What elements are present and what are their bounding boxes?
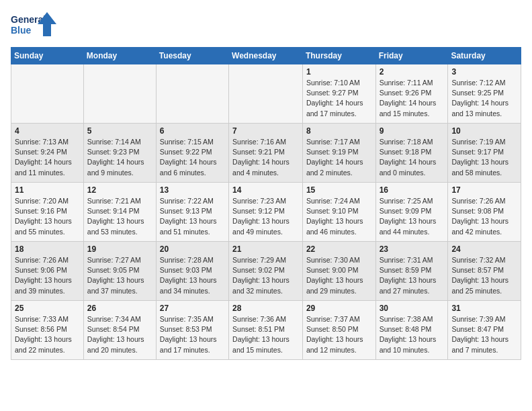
- day-number: 19: [87, 244, 152, 254]
- calendar-cell: [156, 64, 228, 124]
- day-number: 22: [306, 244, 372, 254]
- calendar-cell: 21Sunrise: 7:29 AM Sunset: 9:02 PM Dayli…: [229, 242, 303, 301]
- day-info: Sunrise: 7:18 AM Sunset: 9:18 PM Dayligh…: [380, 137, 445, 178]
- calendar-cell: 19Sunrise: 7:27 AM Sunset: 9:05 PM Dayli…: [83, 242, 156, 301]
- day-number: 5: [87, 126, 152, 136]
- day-info: Sunrise: 7:15 AM Sunset: 9:22 PM Dayligh…: [160, 137, 225, 178]
- day-number: 30: [380, 304, 445, 313]
- day-info: Sunrise: 7:11 AM Sunset: 9:26 PM Dayligh…: [380, 78, 445, 119]
- day-number: 20: [160, 244, 225, 254]
- day-number: 12: [87, 185, 152, 195]
- weekday-header: Tuesday: [156, 48, 228, 64]
- calendar-cell: 13Sunrise: 7:22 AM Sunset: 9:13 PM Dayli…: [156, 183, 228, 242]
- day-number: 1: [306, 67, 372, 77]
- day-number: 29: [306, 304, 372, 313]
- calendar-cell: 1Sunrise: 7:10 AM Sunset: 9:27 PM Daylig…: [302, 64, 375, 124]
- calendar-week-row: 18Sunrise: 7:26 AM Sunset: 9:06 PM Dayli…: [11, 242, 521, 301]
- calendar-cell: 12Sunrise: 7:21 AM Sunset: 9:14 PM Dayli…: [83, 183, 156, 242]
- day-number: 25: [15, 304, 80, 313]
- day-info: Sunrise: 7:21 AM Sunset: 9:14 PM Dayligh…: [87, 196, 152, 237]
- day-number: 26: [87, 304, 152, 313]
- weekday-header: Wednesday: [229, 48, 303, 64]
- day-info: Sunrise: 7:35 AM Sunset: 8:53 PM Dayligh…: [160, 314, 225, 355]
- calendar-cell: 28Sunrise: 7:36 AM Sunset: 8:51 PM Dayli…: [229, 301, 303, 360]
- logo-svg: GeneralBlue: [11, 11, 58, 40]
- day-number: 27: [160, 304, 225, 313]
- day-info: Sunrise: 7:30 AM Sunset: 9:00 PM Dayligh…: [306, 255, 372, 296]
- calendar-cell: 25Sunrise: 7:33 AM Sunset: 8:56 PM Dayli…: [11, 301, 84, 360]
- day-info: Sunrise: 7:31 AM Sunset: 8:59 PM Dayligh…: [380, 255, 445, 296]
- day-info: Sunrise: 7:33 AM Sunset: 8:56 PM Dayligh…: [15, 314, 80, 355]
- day-info: Sunrise: 7:25 AM Sunset: 9:09 PM Dayligh…: [380, 196, 445, 237]
- day-number: 14: [232, 185, 299, 195]
- calendar-cell: 8Sunrise: 7:17 AM Sunset: 9:19 PM Daylig…: [302, 124, 375, 183]
- calendar-cell: 14Sunrise: 7:23 AM Sunset: 9:12 PM Dayli…: [229, 183, 303, 242]
- calendar-cell: 6Sunrise: 7:15 AM Sunset: 9:22 PM Daylig…: [156, 124, 228, 183]
- calendar-cell: 5Sunrise: 7:14 AM Sunset: 9:23 PM Daylig…: [83, 124, 156, 183]
- day-number: 8: [306, 126, 372, 136]
- day-info: Sunrise: 7:29 AM Sunset: 9:02 PM Dayligh…: [232, 255, 299, 296]
- day-number: 3: [451, 67, 517, 77]
- calendar-week-row: 4Sunrise: 7:13 AM Sunset: 9:24 PM Daylig…: [11, 124, 521, 183]
- day-number: 7: [232, 126, 299, 136]
- calendar-cell: 11Sunrise: 7:20 AM Sunset: 9:16 PM Dayli…: [11, 183, 84, 242]
- weekday-header: Sunday: [11, 48, 84, 64]
- calendar-cell: 26Sunrise: 7:34 AM Sunset: 8:54 PM Dayli…: [83, 301, 156, 360]
- day-info: Sunrise: 7:28 AM Sunset: 9:03 PM Dayligh…: [160, 255, 225, 296]
- calendar-cell: 22Sunrise: 7:30 AM Sunset: 9:00 PM Dayli…: [302, 242, 375, 301]
- day-number: 23: [380, 244, 445, 254]
- calendar-cell: 24Sunrise: 7:32 AM Sunset: 8:57 PM Dayli…: [448, 242, 521, 301]
- weekday-header: Thursday: [302, 48, 375, 64]
- calendar-week-row: 11Sunrise: 7:20 AM Sunset: 9:16 PM Dayli…: [11, 183, 521, 242]
- day-number: 2: [380, 67, 445, 77]
- day-number: 9: [380, 126, 445, 136]
- weekday-header: Friday: [375, 48, 448, 64]
- calendar-cell: 17Sunrise: 7:26 AM Sunset: 9:08 PM Dayli…: [448, 183, 521, 242]
- day-info: Sunrise: 7:10 AM Sunset: 9:27 PM Dayligh…: [306, 78, 372, 119]
- day-info: Sunrise: 7:24 AM Sunset: 9:10 PM Dayligh…: [306, 196, 372, 237]
- day-info: Sunrise: 7:26 AM Sunset: 9:08 PM Dayligh…: [451, 196, 517, 237]
- weekday-header: Saturday: [448, 48, 521, 64]
- calendar-cell: 31Sunrise: 7:39 AM Sunset: 8:47 PM Dayli…: [448, 301, 521, 360]
- day-info: Sunrise: 7:38 AM Sunset: 8:48 PM Dayligh…: [380, 314, 445, 355]
- calendar-cell: 16Sunrise: 7:25 AM Sunset: 9:09 PM Dayli…: [375, 183, 448, 242]
- calendar-cell: 27Sunrise: 7:35 AM Sunset: 8:53 PM Dayli…: [156, 301, 228, 360]
- calendar-cell: 3Sunrise: 7:12 AM Sunset: 9:25 PM Daylig…: [448, 64, 521, 124]
- day-info: Sunrise: 7:39 AM Sunset: 8:47 PM Dayligh…: [451, 314, 517, 355]
- day-info: Sunrise: 7:17 AM Sunset: 9:19 PM Dayligh…: [306, 137, 372, 178]
- day-number: 24: [451, 244, 517, 254]
- day-number: 17: [451, 185, 517, 195]
- calendar-table: SundayMondayTuesdayWednesdayThursdayFrid…: [11, 47, 521, 360]
- day-info: Sunrise: 7:26 AM Sunset: 9:06 PM Dayligh…: [15, 255, 80, 296]
- day-number: 10: [451, 126, 517, 136]
- calendar-cell: 30Sunrise: 7:38 AM Sunset: 8:48 PM Dayli…: [375, 301, 448, 360]
- calendar-cell: 10Sunrise: 7:19 AM Sunset: 9:17 PM Dayli…: [448, 124, 521, 183]
- day-number: 13: [160, 185, 225, 195]
- day-number: 15: [306, 185, 372, 195]
- calendar-cell: [11, 64, 84, 124]
- calendar-cell: 20Sunrise: 7:28 AM Sunset: 9:03 PM Dayli…: [156, 242, 228, 301]
- weekday-header-row: SundayMondayTuesdayWednesdayThursdayFrid…: [11, 48, 521, 64]
- calendar-cell: 15Sunrise: 7:24 AM Sunset: 9:10 PM Dayli…: [302, 183, 375, 242]
- day-number: 6: [160, 126, 225, 136]
- calendar-cell: 18Sunrise: 7:26 AM Sunset: 9:06 PM Dayli…: [11, 242, 84, 301]
- day-info: Sunrise: 7:13 AM Sunset: 9:24 PM Dayligh…: [15, 137, 80, 178]
- day-info: Sunrise: 7:12 AM Sunset: 9:25 PM Dayligh…: [451, 78, 517, 119]
- calendar-cell: 29Sunrise: 7:37 AM Sunset: 8:50 PM Dayli…: [302, 301, 375, 360]
- day-info: Sunrise: 7:16 AM Sunset: 9:21 PM Dayligh…: [232, 137, 299, 178]
- day-info: Sunrise: 7:37 AM Sunset: 8:50 PM Dayligh…: [306, 314, 372, 355]
- weekday-header: Monday: [83, 48, 156, 64]
- day-number: 16: [380, 185, 445, 195]
- day-number: 11: [15, 185, 80, 195]
- day-info: Sunrise: 7:32 AM Sunset: 8:57 PM Dayligh…: [451, 255, 517, 296]
- calendar-week-row: 25Sunrise: 7:33 AM Sunset: 8:56 PM Dayli…: [11, 301, 521, 360]
- day-info: Sunrise: 7:36 AM Sunset: 8:51 PM Dayligh…: [232, 314, 299, 355]
- calendar-cell: [83, 64, 156, 124]
- calendar-cell: 23Sunrise: 7:31 AM Sunset: 8:59 PM Dayli…: [375, 242, 448, 301]
- day-info: Sunrise: 7:19 AM Sunset: 9:17 PM Dayligh…: [451, 137, 517, 178]
- calendar-cell: [229, 64, 303, 124]
- day-number: 28: [232, 304, 299, 313]
- day-number: 21: [232, 244, 299, 254]
- day-info: Sunrise: 7:14 AM Sunset: 9:23 PM Dayligh…: [87, 137, 152, 178]
- svg-text:Blue: Blue: [11, 25, 32, 36]
